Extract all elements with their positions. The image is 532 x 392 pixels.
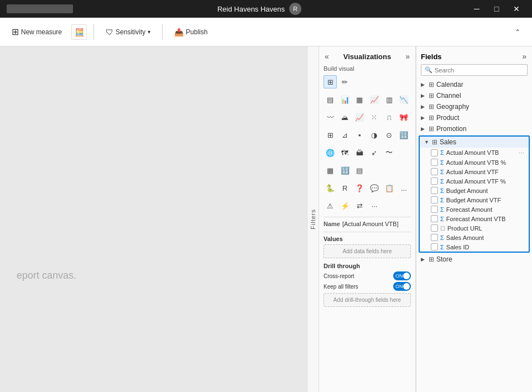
viz-scatter-icon[interactable]: ⁙	[368, 111, 381, 124]
viz-collapse-button[interactable]: «	[324, 51, 330, 62]
table-icon-sales: ⊞	[432, 138, 437, 146]
canvas-area: eport canvas.	[0, 46, 307, 392]
field-item-budget-amount-vtf[interactable]: Σ Budget Amount VTF	[420, 195, 529, 205]
viz-placeholder-3[interactable]	[383, 75, 396, 88]
tree-item-sales[interactable]: ▼ ⊞ Sales	[420, 137, 529, 148]
viz-r-icon[interactable]: R	[338, 181, 352, 195]
field-item-forecast-amount[interactable]: Σ Forecast Amount	[420, 205, 529, 214]
viz-placeholder-2[interactable]	[368, 75, 381, 88]
field-item-actual-amount-vtf[interactable]: Σ Actual Amount VTF	[420, 167, 529, 176]
field-item-budget-amount[interactable]: Σ Budget Amount	[420, 186, 529, 195]
viz-python-icon[interactable]: 🐍	[324, 181, 337, 195]
checkbox-actual-amount-vtf[interactable]	[431, 168, 438, 175]
checkbox-budget-amount[interactable]	[431, 187, 438, 194]
viz-line-icon[interactable]: 〰	[324, 111, 337, 124]
viz-placeholder-4[interactable]	[397, 75, 410, 88]
viz-more-icon[interactable]: ···	[368, 199, 381, 212]
viz-matrix-icon[interactable]: ⊞	[324, 128, 337, 142]
viz-line-area-icon[interactable]: 📈	[353, 111, 366, 124]
viz-100-bar-icon[interactable]: ▥	[383, 93, 396, 106]
viz-arrows-icon[interactable]: ⇄	[353, 199, 366, 212]
viz-table-icon[interactable]: ⊞	[324, 75, 337, 88]
viz-treemap-icon[interactable]: ▪	[353, 128, 366, 142]
viz-123-icon[interactable]: 🔢	[338, 164, 352, 177]
cross-report-toggle[interactable]: ON	[393, 271, 411, 280]
collapse-ribbon-button[interactable]: ⌃	[510, 25, 525, 39]
checkbox-actual-amount-vtb-pct[interactable]	[431, 159, 438, 166]
drill-drop-zone[interactable]: Add drill-through fields here	[324, 293, 411, 307]
close-button[interactable]: ✕	[508, 1, 525, 17]
viz-section-label: Build visual	[324, 65, 411, 72]
viz-power-icon[interactable]: ⚡	[338, 199, 352, 212]
tree-item-channel[interactable]: ▶ ⊞ Channel	[416, 90, 532, 101]
viz-filter-icon[interactable]: ⊿	[338, 128, 352, 142]
viz-bar-icon[interactable]: ▤	[324, 93, 337, 106]
checkbox-budget-amount-vtf[interactable]	[431, 196, 438, 203]
viz-100-col-icon[interactable]: 📉	[397, 93, 410, 106]
viz-placeholder-1[interactable]	[353, 75, 366, 88]
viz-expand-button[interactable]: »	[404, 51, 411, 62]
viz-gauge-icon[interactable]: 🔢	[397, 128, 410, 142]
viz-placeholder-8[interactable]	[397, 164, 410, 177]
minimize-button[interactable]: ─	[468, 1, 486, 17]
viz-filled-map-icon[interactable]: 🗺	[338, 146, 352, 159]
viz-grid-row4: ⊞ ⊿ ▪ ◑ ⊙ 🔢	[324, 128, 411, 142]
viz-heatmap-icon[interactable]: ▦	[324, 164, 337, 177]
viz-shape-map-icon[interactable]: 🏔	[353, 146, 366, 159]
fields-expand-button[interactable]: »	[521, 51, 528, 62]
viz-wave-icon[interactable]: 〜	[383, 146, 396, 159]
field-item-actual-amount-vtb[interactable]: Σ Actual Amount VTB ···	[420, 148, 529, 158]
viz-placeholder-9[interactable]: ...	[397, 181, 410, 195]
field-more-actual-amount-vtb[interactable]: ···	[519, 149, 524, 156]
viz-donut-icon[interactable]: ⊙	[383, 128, 396, 142]
publish-button[interactable]: 📤 Publish	[169, 25, 212, 39]
viz-placeholder-7[interactable]	[383, 164, 396, 177]
viz-column-icon[interactable]: 📊	[338, 93, 352, 106]
viz-arrow-icon[interactable]: ➶	[368, 146, 381, 159]
sensitivity-button[interactable]: 🛡 Sensitivity ▾	[101, 25, 155, 39]
viz-placeholder-5[interactable]	[397, 146, 410, 159]
tree-item-store[interactable]: ▶ ⊞ Store	[416, 254, 532, 265]
field-item-actual-amount-vtf-pct[interactable]: Σ Actual Amount VTF %	[420, 176, 529, 186]
viz-multirow-icon[interactable]: ▤	[353, 164, 366, 177]
checkbox-product-url[interactable]	[431, 224, 438, 232]
values-drop-zone[interactable]: Add data fields here	[324, 244, 411, 258]
viz-waterfall-icon[interactable]: ⎍	[383, 111, 396, 124]
viz-ribbon-icon[interactable]: 🎀	[397, 111, 410, 124]
viz-area-icon[interactable]: ⛰	[338, 111, 352, 124]
separator-1	[93, 24, 94, 40]
maximize-button[interactable]: □	[488, 1, 505, 17]
viz-decomp-icon[interactable]: 📋	[383, 181, 396, 195]
viz-placeholder-6[interactable]	[368, 164, 381, 177]
field-item-actual-amount-vtb-pct[interactable]: Σ Actual Amount VTB %	[420, 158, 529, 167]
checkbox-forecast-amount-vtb[interactable]	[431, 215, 438, 222]
viz-map-icon[interactable]: 🌐	[324, 146, 337, 159]
checkbox-forecast-amount[interactable]	[431, 206, 438, 213]
checkbox-actual-amount-vtf-pct[interactable]	[431, 177, 438, 185]
viz-edit-icon[interactable]: ✏	[338, 75, 352, 88]
field-item-sales-amount[interactable]: Σ Sales Amount	[420, 233, 529, 242]
checkbox-sales-id[interactable]	[431, 243, 438, 250]
fields-search-input[interactable]	[435, 67, 524, 74]
tree-item-promotion[interactable]: ▶ ⊞ Promotion	[416, 123, 532, 134]
viz-stacked-col-icon[interactable]: 📈	[368, 93, 381, 106]
viz-grid-row5: 🌐 🗺 🏔 ➶ 〜	[324, 146, 411, 159]
checkbox-sales-amount[interactable]	[431, 234, 438, 241]
tree-item-product[interactable]: ▶ ⊞ Product	[416, 112, 532, 123]
new-measure-button[interactable]: ⊞ New measure	[7, 24, 67, 40]
field-item-forecast-amount-vtb[interactable]: Σ Forecast Amount VTB	[420, 214, 529, 223]
field-item-product-url[interactable]: ◻ Product URL	[420, 223, 529, 233]
viz-anomaly-icon[interactable]: ⚠	[324, 199, 337, 212]
viz-pie-icon[interactable]: ◑	[368, 128, 381, 142]
table-icon-store: ⊞	[429, 255, 434, 263]
checkbox-actual-amount-vtb[interactable]	[431, 149, 438, 156]
viz-chat-icon[interactable]: 💬	[368, 181, 381, 195]
tree-item-geography[interactable]: ▶ ⊞ Geography	[416, 101, 532, 112]
tree-item-calendar[interactable]: ▶ ⊞ Calendar	[416, 79, 532, 90]
filters-panel[interactable]: Filters	[307, 46, 319, 392]
viz-stacked-bar-icon[interactable]: ▦	[353, 93, 366, 106]
field-item-sales-id[interactable]: Σ Sales ID	[420, 242, 529, 252]
keep-filters-toggle[interactable]: ON	[393, 282, 411, 291]
measure-icon-button[interactable]: 🧮	[71, 24, 87, 40]
viz-qa-icon[interactable]: ❓	[353, 181, 366, 195]
